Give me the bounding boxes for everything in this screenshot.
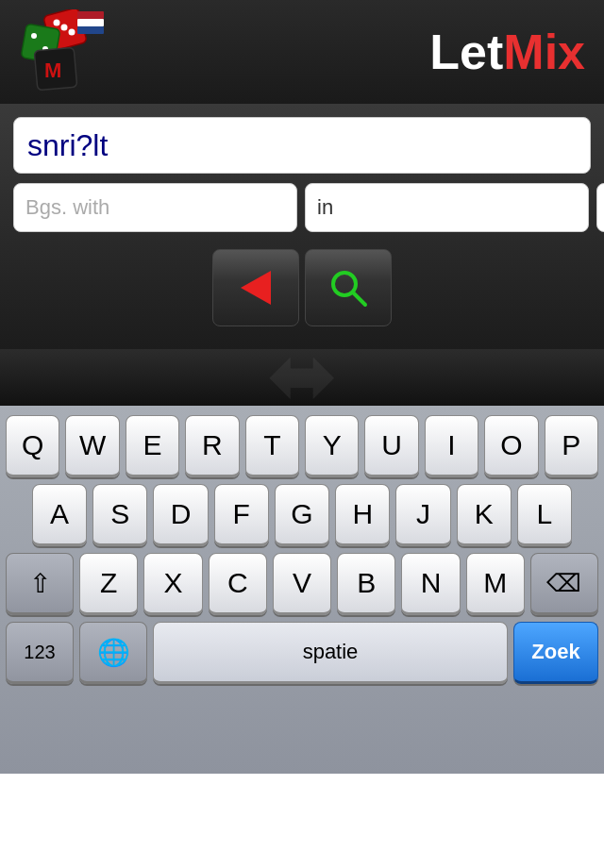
svg-point-5	[31, 33, 37, 39]
key-l[interactable]: L	[517, 484, 572, 546]
keyboard: Q W E R T Y U I O P A S D F G H J K L ⇧ …	[0, 406, 604, 774]
logo-area: M	[19, 9, 104, 94]
key-r[interactable]: R	[185, 415, 239, 477]
key-h[interactable]: H	[335, 484, 390, 546]
key-x[interactable]: X	[143, 553, 202, 615]
keyboard-row-3: ⇧ Z X C V B N M ⌫	[6, 553, 598, 615]
watermark: ⬌	[267, 349, 338, 406]
key-i[interactable]: I	[425, 415, 478, 477]
go-key[interactable]: Zoek	[513, 622, 598, 684]
svg-point-2	[69, 29, 76, 36]
search-area	[0, 104, 604, 349]
key-g[interactable]: G	[275, 484, 329, 546]
begins-with-input[interactable]	[13, 183, 297, 232]
main-search-input[interactable]	[13, 117, 591, 174]
app-title: LetMix	[429, 24, 585, 80]
key-t[interactable]: T	[245, 415, 299, 477]
svg-line-13	[353, 292, 365, 305]
key-d[interactable]: D	[153, 484, 208, 546]
key-w[interactable]: W	[65, 415, 119, 477]
shift-key[interactable]: ⇧	[6, 553, 74, 615]
num-key[interactable]: 123	[6, 622, 74, 684]
app-header: M LetMix	[0, 0, 604, 104]
app-title-mix: Mix	[503, 25, 585, 79]
app-title-let: Let	[429, 25, 503, 79]
svg-rect-11	[77, 26, 104, 34]
globe-icon: 🌐	[97, 637, 130, 668]
app-logo-icon: M	[19, 9, 104, 94]
key-b[interactable]: B	[337, 553, 395, 615]
keyboard-row-2: A S D F G H J K L	[6, 484, 598, 546]
svg-point-1	[54, 20, 60, 26]
backspace-key[interactable]: ⌫	[530, 553, 598, 615]
key-s[interactable]: S	[92, 484, 147, 546]
key-n[interactable]: N	[401, 553, 460, 615]
key-m[interactable]: M	[466, 553, 525, 615]
key-k[interactable]: K	[457, 484, 512, 546]
svg-point-3	[61, 25, 68, 31]
key-c[interactable]: C	[209, 553, 267, 615]
action-row	[13, 242, 591, 340]
filter-row	[13, 183, 591, 232]
search-icon	[327, 267, 369, 309]
key-u[interactable]: U	[364, 415, 418, 477]
keyboard-row-4: 123 🌐 spatie Zoek	[6, 622, 598, 684]
key-p[interactable]: P	[545, 415, 598, 477]
svg-rect-10	[77, 19, 104, 26]
space-key[interactable]: spatie	[153, 622, 508, 684]
mid-area: ⬌	[0, 349, 604, 406]
search-button[interactable]	[305, 249, 392, 326]
svg-text:M: M	[44, 58, 61, 82]
globe-key[interactable]: 🌐	[79, 622, 147, 684]
keyboard-row-1: Q W E R T Y U I O P	[6, 415, 598, 477]
key-o[interactable]: O	[484, 415, 538, 477]
key-y[interactable]: Y	[305, 415, 359, 477]
svg-rect-9	[77, 11, 104, 19]
back-button[interactable]	[212, 249, 299, 326]
contains-input[interactable]	[305, 183, 589, 232]
key-z[interactable]: Z	[79, 553, 138, 615]
key-a[interactable]: A	[32, 484, 87, 546]
key-j[interactable]: J	[395, 484, 450, 546]
key-e[interactable]: E	[126, 415, 179, 477]
key-v[interactable]: V	[273, 553, 331, 615]
key-f[interactable]: F	[214, 484, 269, 546]
ends-with-input[interactable]	[596, 183, 604, 232]
arrow-left-icon	[241, 271, 271, 305]
key-q[interactable]: Q	[6, 415, 59, 477]
